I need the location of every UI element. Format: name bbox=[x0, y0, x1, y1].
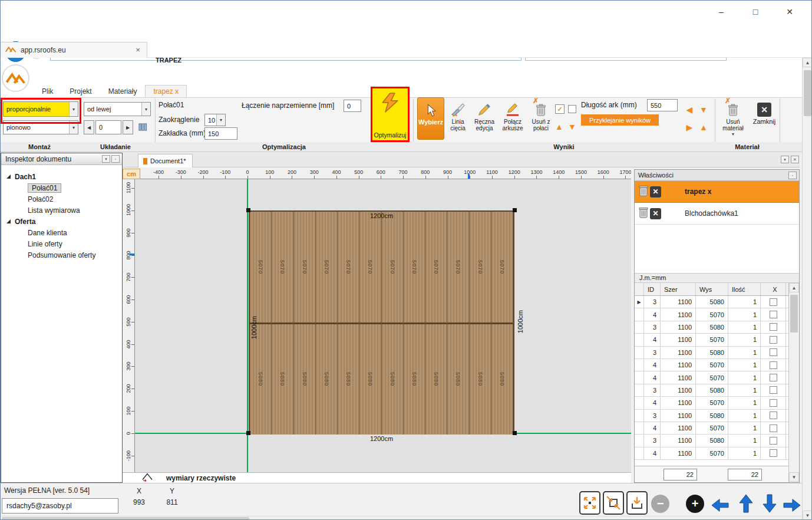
close-x-icon[interactable]: ✕ bbox=[650, 186, 661, 198]
roof-sheet[interactable]: 5080 bbox=[404, 324, 425, 435]
mount-orientation-combo[interactable]: pionowo ▾ bbox=[3, 120, 78, 134]
pan-up-button[interactable] bbox=[736, 493, 756, 515]
tree-item-dane-klienta[interactable]: Dane klienta bbox=[1, 227, 122, 238]
roof-sheet[interactable]: 5070 bbox=[338, 212, 359, 324]
row-checkbox[interactable] bbox=[770, 336, 777, 344]
trash-icon[interactable] bbox=[638, 185, 649, 199]
sort-down-icon[interactable]: ▼ bbox=[567, 121, 577, 132]
table-row[interactable]: 4110050701 bbox=[635, 334, 788, 346]
roof-sheet[interactable]: 5080 bbox=[491, 324, 513, 435]
row-checkbox[interactable] bbox=[770, 424, 777, 432]
mount-mode-combo[interactable]: proporcjonalnie ▾ bbox=[3, 101, 78, 117]
scroll-down-icon[interactable]: ▼ bbox=[789, 472, 799, 482]
scroll-down-icon[interactable]: ▼ bbox=[803, 511, 812, 520]
roof-sheet[interactable]: 5070 bbox=[491, 212, 513, 324]
stagger-input[interactable]: 0 bbox=[344, 100, 361, 112]
table-row[interactable]: 3110050801 bbox=[635, 410, 788, 422]
ribbon-tab-plik[interactable]: Plik bbox=[34, 85, 61, 97]
move-right-icon[interactable]: ▶ bbox=[684, 122, 695, 133]
cut-line-button[interactable]: Linia cięcia bbox=[445, 97, 470, 140]
optimize-button[interactable]: Optymalizuj bbox=[372, 88, 408, 141]
remove-from-surface-button[interactable]: ✗ Usuń z połaci bbox=[528, 97, 554, 140]
ribbon-tab-materiały[interactable]: Materiały bbox=[100, 85, 146, 97]
table-row[interactable]: 4110050701 bbox=[635, 359, 788, 371]
browser-vertical-scrollbar[interactable]: ▲ ▼ bbox=[802, 58, 812, 520]
account-field[interactable]: rsdachy5@zasoby.pl bbox=[2, 498, 118, 514]
roof-sheet[interactable]: 5070 bbox=[359, 212, 381, 324]
material-row-blachodachowka[interactable]: ✕ Blchodachówka1 bbox=[635, 203, 799, 225]
move-left-icon[interactable]: ◀ bbox=[684, 104, 695, 115]
overlap-input[interactable]: 150 bbox=[204, 127, 237, 140]
results-checkbox-checked[interactable]: ✓ bbox=[555, 104, 565, 114]
close-x-icon[interactable]: ✕ bbox=[650, 208, 661, 219]
roof-sheet[interactable]: 5070 bbox=[272, 212, 293, 324]
close-material-button[interactable]: ✕ Zamknij bbox=[750, 97, 778, 140]
pan-right-button[interactable] bbox=[782, 497, 802, 515]
corner-handle[interactable] bbox=[246, 431, 250, 435]
table-row[interactable]: 3110050801 bbox=[635, 321, 788, 334]
merge-sheets-button[interactable]: Połącz arkusze bbox=[499, 97, 527, 140]
roof-surface[interactable]: 5070507050705070507050705070507050705070… bbox=[249, 210, 514, 433]
scrollbar-thumb[interactable] bbox=[2, 517, 249, 520]
zoom-selection-button[interactable] bbox=[603, 491, 624, 515]
move-down-icon[interactable]: ▼ bbox=[698, 104, 709, 115]
offset-increase-button[interactable]: ▶ bbox=[123, 120, 133, 134]
roof-sheet[interactable]: 5080 bbox=[447, 324, 469, 435]
roof-sheet[interactable]: 5080 bbox=[272, 324, 293, 435]
inspector-pin-button[interactable]: ▾ bbox=[102, 155, 110, 163]
window-maximize-button[interactable]: □ bbox=[742, 4, 769, 19]
table-row[interactable]: 3110050801 bbox=[635, 347, 788, 359]
browser-tab[interactable]: app.rsroofs.eu × bbox=[1, 42, 147, 58]
chevron-down-icon[interactable]: ▾ bbox=[216, 114, 225, 126]
app-logo[interactable] bbox=[2, 64, 29, 92]
chevron-down-icon[interactable]: ▾ bbox=[69, 121, 78, 134]
tree-item-dach1[interactable]: Dach1 bbox=[1, 171, 122, 182]
corner-handle[interactable] bbox=[513, 431, 517, 435]
row-checkbox[interactable] bbox=[770, 323, 777, 331]
roof-sheet[interactable]: 5080 bbox=[316, 324, 338, 435]
row-checkbox[interactable] bbox=[770, 399, 777, 407]
roof-sheet[interactable]: 5070 bbox=[316, 212, 338, 324]
row-checkbox[interactable] bbox=[770, 361, 777, 369]
scroll-up-icon[interactable]: ▲ bbox=[789, 283, 799, 292]
zoom-fit-button[interactable] bbox=[579, 491, 600, 515]
table-row[interactable]: 4110050701 bbox=[635, 371, 788, 384]
table-scrollbar[interactable]: ▲ ▼ bbox=[788, 283, 799, 482]
roof-sheet[interactable]: 5080 bbox=[425, 324, 447, 435]
move-up-icon[interactable]: ▲ bbox=[698, 122, 709, 133]
pan-down-button[interactable] bbox=[760, 493, 780, 515]
roof-sheet[interactable]: 5080 bbox=[338, 324, 359, 435]
tree-item-połać02[interactable]: Połać02 bbox=[1, 193, 122, 205]
sheet-length-input[interactable]: 550 bbox=[647, 99, 678, 111]
table-row[interactable]: ▶3110050801 bbox=[635, 296, 788, 308]
browser-horizontal-scrollbar[interactable] bbox=[1, 516, 802, 520]
ribbon-tab-trapez-x[interactable]: trapez x bbox=[145, 85, 187, 97]
select-tool-button[interactable]: Wybierz bbox=[417, 97, 444, 140]
corner-handle[interactable] bbox=[513, 208, 517, 212]
roof-sheet[interactable]: 5070 bbox=[425, 212, 447, 324]
manual-edit-button[interactable]: Ręczna edycja bbox=[471, 97, 497, 140]
roof-sheet[interactable]: 5080 bbox=[359, 324, 381, 435]
row-checkbox[interactable] bbox=[770, 437, 777, 445]
properties-collapse-button[interactable]: ▫ bbox=[788, 172, 797, 179]
ribbon-tab-projekt[interactable]: Projekt bbox=[61, 85, 100, 97]
roof-sheet[interactable]: 5070 bbox=[382, 212, 404, 324]
row-checkbox[interactable] bbox=[770, 386, 777, 394]
chevron-down-icon[interactable]: ▾ bbox=[69, 102, 78, 116]
table-row[interactable]: 4110050701 bbox=[635, 422, 788, 435]
row-checkbox[interactable] bbox=[770, 298, 777, 306]
zoom-out-button[interactable]: − bbox=[651, 495, 669, 513]
offset-decrease-button[interactable]: ◀ bbox=[84, 120, 94, 134]
roof-sheet[interactable]: 5080 bbox=[294, 324, 316, 435]
row-checkbox[interactable] bbox=[770, 449, 777, 457]
roof-sheet[interactable]: 5070 bbox=[470, 212, 491, 324]
offset-input[interactable]: 0 bbox=[95, 120, 121, 134]
roof-sheet[interactable]: 5080 bbox=[470, 324, 491, 435]
row-checkbox[interactable] bbox=[770, 412, 777, 419]
results-checkbox-unchecked[interactable] bbox=[568, 105, 576, 113]
table-row[interactable]: 3110050801 bbox=[635, 435, 788, 447]
drawing-canvas[interactable]: 5070507050705070507050705070507050705070… bbox=[135, 179, 631, 472]
tree-item-podsumowanie-oferty[interactable]: Podsumowanie oferty bbox=[1, 249, 122, 261]
window-close-button[interactable]: ✕ bbox=[776, 4, 803, 19]
row-checkbox[interactable] bbox=[770, 348, 777, 356]
